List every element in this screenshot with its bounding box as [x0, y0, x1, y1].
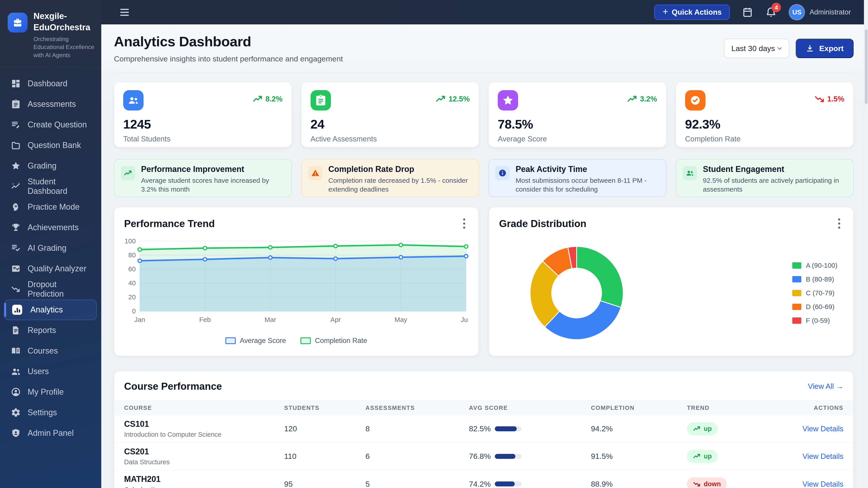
svg-text:Feb: Feb [199, 316, 211, 323]
sidebar-item-courses[interactable]: Courses [4, 341, 97, 361]
view-details-link[interactable]: View Details [802, 480, 843, 488]
export-button[interactable]: Export [796, 39, 854, 58]
scrollbar-track[interactable] [864, 0, 868, 488]
course-name: Calculus II [124, 486, 284, 488]
assessments-cell: 8 [366, 424, 469, 433]
sidebar-item-student-dashboard[interactable]: Student Dashboard [4, 176, 97, 197]
sidebar-item-label: Achievements [28, 223, 79, 232]
course-code: CS201 [124, 447, 284, 456]
sidebar-item-grading[interactable]: Grading [4, 156, 97, 176]
sidebar-item-ai-grading[interactable]: AI Grading [4, 238, 97, 258]
avg-score-progress [495, 454, 522, 459]
brand-subtitle: Orchestrating Educational Excellence wit… [33, 35, 95, 59]
trend-cell: up [687, 422, 798, 435]
trend-cell: up [687, 450, 798, 463]
page-title: Analytics Dashboard [114, 33, 343, 50]
view-details-link[interactable]: View Details [802, 424, 843, 433]
hamburger-menu-icon[interactable] [119, 7, 131, 18]
course-code: MATH201 [124, 475, 284, 484]
stat-label: Completion Rate [685, 135, 844, 143]
table-body: CS101 Introduction to Computer Science 1… [114, 415, 853, 488]
sidebar-item-reports[interactable]: Reports [4, 320, 97, 341]
briefcase-logo-icon [8, 13, 28, 33]
avatar: US [789, 4, 805, 20]
svg-text:May: May [395, 316, 407, 323]
column-header: STUDENTS [284, 404, 366, 412]
sidebar-item-quality-analyzer[interactable]: Quality Analyzer [4, 258, 97, 279]
sidebar-item-label: Assessments [28, 99, 76, 109]
trend-badge: up [687, 422, 717, 435]
svg-text:20: 20 [128, 294, 135, 301]
user-menu[interactable]: US Administrator [789, 4, 851, 20]
performance-trend-card: Performance Trend JanFebMarAprMayJun0204… [114, 207, 478, 356]
svg-text:40: 40 [128, 280, 135, 287]
svg-text:100: 100 [125, 237, 135, 245]
stat-card: 12.5% 24 Active Assessments [301, 82, 479, 147]
quick-actions-button[interactable]: + Quick Actions [654, 4, 730, 20]
scrollbar-thumb[interactable] [865, 29, 868, 104]
sidebar-item-label: Dropout Prediction [28, 280, 90, 299]
trending-down-icon [11, 284, 21, 294]
document-icon [11, 325, 21, 335]
sidebar: Nexgile-EduOrchestra Orchestrating Educa… [0, 0, 101, 488]
users-icon [683, 166, 697, 180]
sidebar-item-my-profile[interactable]: My Profile [4, 382, 97, 402]
kebab-menu-icon[interactable] [835, 216, 843, 231]
course-performance-card: Course Performance View All → COURSE STU… [114, 371, 854, 488]
chart-legend: Average Score Completion Rate [124, 337, 468, 345]
sidebar-item-admin-panel[interactable]: Admin Panel [4, 423, 97, 444]
sidebar-item-analytics[interactable]: Analytics [4, 300, 97, 320]
bar-chart-icon [11, 303, 24, 316]
column-header: ACTIONS [798, 404, 853, 412]
stat-trend-value: 1.5% [827, 95, 844, 103]
table-row: CS101 Introduction to Computer Science 1… [114, 415, 853, 443]
sidebar-item-users[interactable]: Users [4, 361, 97, 382]
kebab-menu-icon[interactable] [460, 216, 468, 231]
main-content: Analytics Dashboard Comprehensive insigh… [101, 24, 864, 488]
sidebar-nav: Dashboard Assessments Create Question Qu… [0, 68, 101, 449]
sidebar-item-create-question[interactable]: Create Question [4, 115, 97, 135]
sidebar-item-question-bank[interactable]: Question Bank [4, 135, 97, 156]
sidebar-item-label: Dashboard [28, 79, 67, 88]
insights-row: Performance Improvement Average student … [114, 159, 854, 197]
header-divider [114, 72, 854, 72]
sidebar-item-dropout-prediction[interactable]: Dropout Prediction [4, 279, 97, 300]
user-role: Administrator [809, 8, 851, 16]
sidebar-item-label: Grading [28, 161, 57, 170]
sidebar-item-practice-mode[interactable]: Practice Mode [4, 197, 97, 217]
avg-score-cell: 74.2% [469, 480, 591, 488]
check-circle-icon [685, 90, 706, 110]
calendar-icon[interactable] [742, 6, 753, 18]
sidebar-item-achievements[interactable]: Achievements [4, 217, 97, 238]
sidebar-item-assessments[interactable]: Assessments [4, 94, 97, 115]
download-icon [806, 44, 814, 53]
students-cell: 120 [284, 424, 366, 433]
trending-up-icon [121, 166, 135, 180]
sidebar-item-settings[interactable]: Settings [4, 402, 97, 423]
grade-distribution-card: Grade Distribution A (90-100) B (80-89) … [489, 207, 854, 356]
view-details-link[interactable]: View Details [802, 452, 843, 460]
stat-label: Active Assessments [311, 135, 470, 143]
insight-title: Performance Improvement [141, 164, 285, 174]
legend-item: B (80-89) [792, 275, 837, 283]
sidebar-item-label: My Profile [28, 387, 64, 397]
insight-text: Most submissions occur between 8-11 PM -… [516, 176, 659, 194]
stat-trend-value: 3.2% [640, 95, 657, 103]
chart-title: Performance Trend [124, 218, 215, 229]
person-icon [11, 387, 21, 397]
sidebar-item-label: Courses [28, 346, 58, 356]
sidebar-item-dashboard[interactable]: Dashboard [4, 73, 97, 94]
gear-icon [11, 408, 21, 418]
date-range-value: Last 30 days [732, 44, 775, 53]
completion-cell: 88.9% [591, 480, 687, 488]
date-range-select[interactable]: Last 30 days [724, 39, 789, 58]
sidebar-item-label: Users [28, 367, 49, 376]
svg-text:60: 60 [128, 265, 135, 272]
playlist-edit-icon [11, 120, 21, 130]
completion-cell: 91.5% [591, 452, 687, 461]
legend-item: C (70-79) [792, 289, 837, 297]
notifications-bell[interactable]: 4 [765, 6, 777, 18]
insight-text: 92.5% of students are actively participa… [703, 176, 847, 194]
view-all-link[interactable]: View All → [808, 382, 843, 391]
insight-title: Student Engagement [703, 164, 847, 174]
